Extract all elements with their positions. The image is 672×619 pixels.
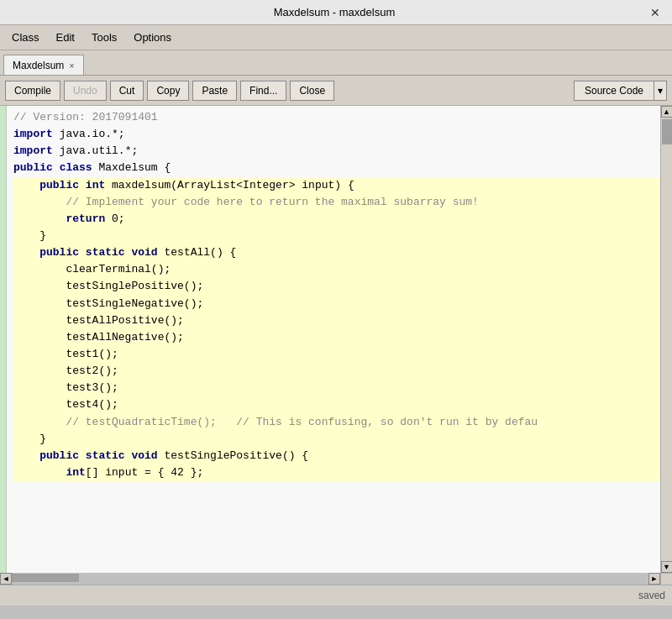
line-code-text: // Version: 2017091401 [13, 109, 660, 126]
code-line: } [13, 431, 660, 448]
toolbar: Compile Undo Cut Copy Paste Find... Clos… [0, 76, 672, 106]
hscroll-left-button[interactable]: ◄ [0, 573, 12, 585]
code-line: clearTerminal(); [13, 261, 660, 278]
code-line: testSinglePositive(); [13, 278, 660, 295]
copy-button[interactable]: Copy [147, 81, 189, 101]
code-line: test2(); [13, 363, 660, 380]
hscroll-thumb[interactable] [12, 574, 79, 582]
find-button[interactable]: Find... [240, 81, 286, 101]
line-code-text: } [13, 431, 660, 448]
line-code-text: // Implement your code here to return th… [13, 194, 660, 211]
status-bar: saved [0, 585, 672, 606]
window-close-button[interactable]: ✕ [645, 4, 665, 21]
menu-edit[interactable]: Edit [48, 29, 83, 46]
line-code-text: test3(); [13, 380, 660, 396]
vertical-scrollbar[interactable]: ▲ ▼ [660, 106, 672, 573]
code-editor[interactable]: // Version: 2017091401import java.io.*;i… [7, 106, 660, 485]
line-code-text: testAllPositive(); [13, 312, 660, 329]
hscroll-track [12, 573, 648, 583]
source-code-group: Source Code ▾ [574, 81, 667, 101]
code-line: public static void testSinglePositive() … [13, 448, 660, 464]
line-code-text: testSinglePositive(); [13, 278, 660, 295]
code-line: test4(); [13, 396, 660, 413]
scroll-up-button[interactable]: ▲ [661, 106, 673, 118]
scroll-thumb[interactable] [662, 119, 672, 144]
saved-status: saved [638, 590, 665, 601]
code-line: // testQuadraticTime(); // This is confu… [13, 414, 660, 431]
tab-maxdelsum[interactable]: Maxdelsum × [3, 55, 84, 75]
undo-button[interactable]: Undo [64, 81, 107, 101]
line-code-text: return 0; [13, 211, 660, 228]
line-code-text: // testQuadraticTime(); // This is confu… [13, 414, 660, 431]
line-code-text: testSingleNegative(); [13, 296, 660, 312]
line-code-text: public static void testAll() { [13, 244, 660, 261]
hscroll-right-button[interactable]: ► [648, 573, 660, 585]
code-line: import java.io.*; [13, 126, 660, 143]
menu-class[interactable]: Class [3, 29, 48, 46]
tab-label: Maxdelsum [13, 60, 64, 71]
source-code-button[interactable]: Source Code [574, 81, 654, 101]
code-line: public static void testAll() { [13, 244, 660, 261]
code-line: } [13, 228, 660, 244]
code-line: public int maxdelsum(ArrayList<Integer> … [13, 177, 660, 194]
code-line: import java.util.*; [13, 143, 660, 160]
paste-button[interactable]: Paste [192, 81, 237, 101]
code-line: return 0; [13, 211, 660, 228]
tab-close-icon[interactable]: × [69, 60, 74, 71]
source-code-dropdown-button[interactable]: ▾ [654, 81, 667, 101]
line-code-text: public static void testSinglePositive() … [13, 448, 660, 464]
line-code-text: } [13, 228, 660, 244]
line-code-text: import java.util.*; [13, 143, 660, 160]
line-code-text: import java.io.*; [13, 126, 660, 143]
horizontal-scrollbar-area[interactable]: ◄ ► [0, 573, 660, 585]
compile-button[interactable]: Compile [5, 81, 60, 101]
line-code-text: test2(); [13, 363, 660, 380]
line-code-text: int[] input = { 42 }; [13, 464, 660, 481]
code-line: // Implement your code here to return th… [13, 194, 660, 211]
cut-button[interactable]: Cut [110, 81, 144, 101]
left-gutter [0, 106, 7, 573]
code-line: testAllPositive(); [13, 312, 660, 329]
line-code-text: testAllNegative(); [13, 329, 660, 346]
scrollbar-corner [660, 573, 672, 585]
code-scroll-area[interactable]: // Version: 2017091401import java.io.*;i… [7, 106, 660, 573]
bottom-area: ◄ ► [0, 573, 672, 585]
window-title: Maxdelsum - maxdelsum [274, 6, 396, 18]
line-code-text: test1(); [13, 346, 660, 363]
menu-bar: Class Edit Tools Options [0, 25, 672, 50]
title-bar: Maxdelsum - maxdelsum ✕ [0, 0, 672, 25]
code-line: int[] input = { 42 }; [13, 464, 660, 481]
line-code-text: public int maxdelsum(ArrayList<Integer> … [13, 177, 660, 194]
menu-tools[interactable]: Tools [83, 29, 125, 46]
menu-options[interactable]: Options [125, 29, 180, 46]
dropdown-arrow-icon: ▾ [658, 85, 663, 97]
code-line: // Version: 2017091401 [13, 109, 660, 126]
code-line: public class Maxdelsum { [13, 160, 660, 176]
code-line: test1(); [13, 346, 660, 363]
line-code-text: test4(); [13, 396, 660, 413]
line-code-text: public class Maxdelsum { [13, 160, 660, 176]
scroll-down-button[interactable]: ▼ [661, 561, 673, 573]
code-line: testSingleNegative(); [13, 296, 660, 312]
tab-bar: Maxdelsum × [0, 50, 672, 76]
code-line: testAllNegative(); [13, 329, 660, 346]
code-line: test3(); [13, 380, 660, 396]
close-editor-button[interactable]: Close [290, 81, 334, 101]
editor-area: // Version: 2017091401import java.io.*;i… [0, 106, 672, 573]
line-code-text: clearTerminal(); [13, 261, 660, 278]
